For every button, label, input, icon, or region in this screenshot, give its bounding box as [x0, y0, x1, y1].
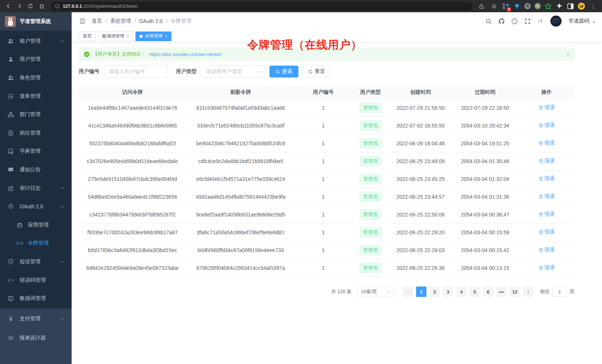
tab-令牌管理[interactable]: 令牌管理×	[135, 32, 171, 41]
search-icon[interactable]	[485, 18, 492, 24]
users-icon	[7, 75, 14, 81]
force-logout-button[interactable]: 强退	[539, 122, 555, 129]
force-logout-button[interactable]: 强退	[539, 158, 555, 164]
page-button-12[interactable]: 12	[510, 287, 520, 297]
svg-text:A: A	[19, 242, 20, 245]
next-page-button[interactable]: ›	[523, 287, 533, 297]
page-button-5[interactable]: 5	[470, 287, 480, 297]
user-menu-caret-icon[interactable]: ▾	[593, 18, 595, 24]
tab-label: 令牌管理	[145, 33, 163, 39]
sidebar-menu: 租户管理用户管理角色管理菜单管理部门管理岗位管理字典管理通知公告审计日志OAut…	[0, 31, 72, 308]
home-icon[interactable]	[37, 2, 46, 11]
page-ellipsis-button[interactable]: •••	[496, 287, 507, 297]
extension-record-icon[interactable]	[534, 3, 541, 9]
help-icon[interactable]: ?	[511, 18, 518, 24]
page-button-3[interactable]: 3	[443, 287, 453, 297]
page-button-2[interactable]: 2	[429, 287, 440, 297]
force-logout-button[interactable]: 强退	[539, 104, 555, 111]
user-type-badge: 管理员	[360, 156, 382, 166]
sidebar-item-报表设计器[interactable]: 报表设计器	[0, 328, 72, 348]
cell-actions: 强退	[518, 158, 575, 165]
font-size-icon[interactable]: TT	[537, 18, 544, 24]
breadcrumb-home[interactable]: 首页	[92, 18, 102, 24]
cell-user-id: 1	[295, 158, 351, 164]
force-logout-button[interactable]: 强退	[539, 229, 555, 235]
sidebar-item-菜单管理[interactable]: 菜单管理	[0, 87, 72, 106]
user-avatar[interactable]	[550, 16, 562, 27]
sidebar-item-label: 角色管理	[20, 75, 40, 81]
chrome-menu-icon[interactable]: ⋮	[589, 2, 598, 11]
goto-page-input[interactable]	[552, 287, 567, 297]
table-row: b0d1785bc3a8482f812db4a3f3bd15ecb0df4980…	[79, 241, 575, 259]
doc-link[interactable]: https://doc.iocoder.cn/user-center/	[149, 52, 222, 57]
close-icon[interactable]: ×	[127, 34, 129, 39]
breadcrumb-oauth[interactable]: OAuth 2.0	[139, 18, 163, 24]
extension-gem-icon[interactable]	[513, 3, 521, 10]
page-button-1[interactable]: 1	[416, 287, 426, 297]
cell-expire-time: 2054-03-04 19:51:25	[452, 140, 518, 146]
close-icon[interactable]: ×	[566, 51, 569, 57]
sidebar-item-通知公告[interactable]: 通知公告	[0, 161, 72, 179]
back-icon[interactable]	[4, 2, 13, 11]
force-logout-button[interactable]: 强退	[539, 211, 555, 218]
site-info-icon[interactable]	[55, 4, 60, 9]
force-logout-button[interactable]: 强退	[539, 264, 555, 271]
sidebar-item-label: 通知公告	[20, 166, 40, 173]
prev-page-button[interactable]: ‹	[403, 287, 413, 297]
sidebar-item-审计日志[interactable]: 审计日志	[0, 179, 72, 198]
sidebar-item-支付管理[interactable]: 支付管理	[0, 309, 72, 328]
sidebar-item-角色管理[interactable]: 角色管理	[0, 69, 72, 87]
shield-icon	[7, 258, 14, 265]
browser-chrome: 127.0.0.1:1024/system/oauth2/token 9 ⌘ ⋮	[0, 0, 602, 12]
extension-puzzle-icon[interactable]	[556, 3, 563, 10]
force-logout-button[interactable]: 强退	[539, 246, 555, 253]
close-icon[interactable]: ×	[165, 34, 167, 39]
reload-icon[interactable]	[26, 2, 35, 11]
tab-首页[interactable]: 首页	[79, 32, 96, 41]
extension-star-icon[interactable]	[544, 3, 552, 10]
page-buttons: 123456•••12	[416, 287, 520, 297]
app-logo-row[interactable]: 芋道管理系统	[0, 12, 72, 31]
cell-user-type: 管理员	[351, 156, 389, 166]
sidebar-item-短信管理[interactable]: 短信管理	[0, 252, 72, 271]
profile-avatar-icon[interactable]	[578, 3, 585, 10]
sidebar-item-字典管理[interactable]: 字典管理	[0, 142, 72, 161]
search-button[interactable]: 搜索	[269, 66, 298, 77]
page-button-6[interactable]: 6	[483, 287, 493, 297]
sidebar-item-用户管理[interactable]: 用户管理	[0, 50, 72, 69]
table-header-row: 访问令牌 刷新令牌 用户编号 用户类型 创建时间 过期时间 操作	[79, 86, 575, 99]
sidebar-item-label: 部门管理	[20, 111, 40, 118]
url-bar[interactable]: 127.0.0.1:1024/system/oauth2/token	[50, 2, 472, 11]
sidebar-item-岗位管理[interactable]: 岗位管理	[0, 124, 72, 142]
tab-敏感词管理[interactable]: 敏感词管理×	[98, 32, 133, 41]
force-logout-button[interactable]: 强退	[539, 140, 555, 146]
trash-icon	[539, 212, 543, 217]
extension-sidepanel-icon[interactable]	[567, 3, 574, 10]
bookmark-star-icon[interactable]	[490, 2, 498, 11]
share-icon[interactable]	[477, 2, 486, 11]
sidebar-item-令牌管理[interactable]: A令牌管理	[0, 234, 72, 253]
page-button-4[interactable]: 4	[456, 287, 467, 297]
sidebar-item-租户管理[interactable]: 租户管理	[0, 32, 72, 50]
sidebar-item-敏感词管理[interactable]: 敏感词管理	[0, 289, 72, 308]
sidebar-item-部门管理[interactable]: 部门管理	[0, 105, 72, 124]
force-logout-button[interactable]: 强退	[539, 175, 555, 182]
reset-button[interactable]: 重置	[302, 66, 331, 77]
sidebar-item-应用管理[interactable]: 应用管理	[0, 216, 72, 234]
page-size-select[interactable]: 10条/页	[357, 287, 394, 297]
extension-tabs-icon[interactable]: 9	[502, 3, 510, 10]
collapse-sidebar-icon[interactable]	[79, 18, 86, 24]
extension-command-icon[interactable]: ⌘	[524, 3, 531, 9]
user-type-select[interactable]: 请选择用户类型	[202, 66, 265, 77]
forward-icon[interactable]	[15, 2, 24, 11]
user-id-input[interactable]	[104, 66, 168, 77]
github-icon[interactable]	[498, 18, 505, 24]
cell-access-token: f9336e7c7dd242a283ee98dc86b17a87	[79, 229, 186, 235]
force-logout-button[interactable]: 强退	[539, 193, 555, 200]
sidebar-item-错误码管理[interactable]: 错误码管理	[0, 271, 72, 289]
breadcrumb-system[interactable]: 系统管理	[110, 18, 131, 24]
fullscreen-icon[interactable]	[524, 18, 531, 24]
username[interactable]: 芋道源码	[568, 18, 589, 24]
sidebar-item-OAuth 2.0[interactable]: OAuth 2.0	[0, 197, 72, 216]
cell-expire-time: 2054-03-04 00:15:42	[452, 247, 518, 253]
